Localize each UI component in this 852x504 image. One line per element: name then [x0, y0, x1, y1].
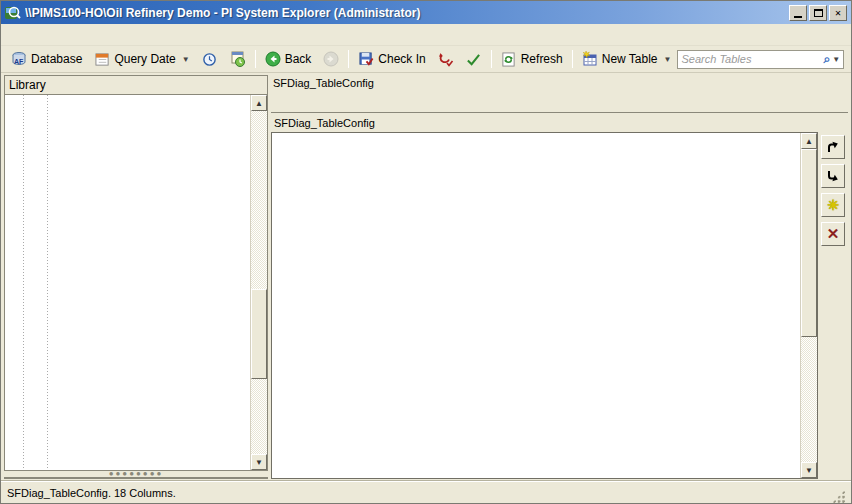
back-button[interactable]: Back [259, 48, 318, 71]
navigator-panel: Library ▲ ▼ ●●●●●●●● [4, 75, 268, 479]
check-in-icon [358, 51, 374, 67]
move-down-button[interactable] [821, 164, 845, 188]
pi-system-explorer-window: \\PIMS100-HO\Oil Refinery Demo - PI Syst… [0, 0, 852, 504]
minimize-button[interactable] [789, 5, 807, 21]
section-nav [4, 477, 268, 479]
scroll-up-icon[interactable]: ▲ [251, 95, 267, 111]
grid-scrollbar[interactable]: ▲ ▼ [800, 133, 817, 478]
status-text: SFDiag_TableConfig. 18 Columns. [7, 487, 176, 499]
tree-scrollbar[interactable]: ▲ ▼ [250, 95, 267, 470]
refresh-icon [501, 51, 517, 67]
column-tools: ✳ ✕ [818, 132, 848, 479]
checkmark-icon [466, 51, 482, 67]
refresh-button[interactable]: Refresh [495, 48, 569, 71]
time-button[interactable] [196, 48, 224, 71]
move-up-button[interactable] [821, 135, 845, 159]
resize-grip[interactable] [832, 490, 845, 503]
new-column-button[interactable]: ✳ [821, 193, 845, 217]
forward-button[interactable] [317, 48, 345, 71]
query-date-label: Query Date [114, 52, 175, 66]
calendar-icon [94, 51, 110, 67]
toolbar-separator [572, 50, 573, 68]
maximize-button[interactable] [809, 5, 827, 21]
define-table-grid [272, 133, 800, 478]
page-title: SFDiag_TableConfig [271, 75, 848, 92]
new-table-button[interactable]: New Table ▼ [576, 48, 678, 71]
forward-icon [323, 51, 339, 67]
toolbar-separator [255, 50, 256, 68]
clock-icon [202, 51, 218, 67]
search-box: ⌕ ▼ [677, 50, 844, 69]
table-subtitle: SFDiag_TableConfig [271, 113, 848, 132]
database-label: Database [31, 52, 82, 66]
chevron-down-icon: ▼ [182, 55, 190, 64]
check-in-label: Check In [378, 52, 425, 66]
library-tree [5, 95, 250, 470]
back-label: Back [285, 52, 312, 66]
refresh-label: Refresh [521, 52, 563, 66]
database-icon: AF [11, 51, 27, 67]
status-bar: SFDiag_TableConfig. 18 Columns. [1, 481, 851, 503]
tab-strip [271, 92, 848, 113]
database-button[interactable]: AF Database [5, 48, 88, 71]
back-icon [265, 51, 281, 67]
undo-checkout-button[interactable] [432, 48, 460, 71]
svg-text:AF: AF [14, 58, 24, 65]
app-icon [5, 5, 21, 21]
scroll-up-icon[interactable]: ▲ [801, 133, 817, 149]
scroll-down-icon[interactable]: ▼ [801, 462, 817, 478]
undo-icon [438, 51, 454, 67]
query-date-button[interactable]: Query Date ▼ [88, 48, 195, 71]
toolbar-separator [348, 50, 349, 68]
content-panel: SFDiag_TableConfig SFDiag_TableConfig ▲ … [271, 75, 848, 479]
close-button[interactable]: ✕ [829, 5, 847, 21]
search-icon[interactable]: ⌕ [823, 52, 830, 66]
search-input[interactable] [681, 53, 823, 65]
window-title: \\PIMS100-HO\Oil Refinery Demo - PI Syst… [25, 6, 789, 20]
time-range-button[interactable] [224, 48, 252, 71]
navigator-header: Library [4, 75, 268, 94]
time-range-icon [230, 51, 246, 67]
toolbar-separator [491, 50, 492, 68]
scroll-down-icon[interactable]: ▼ [251, 454, 267, 470]
scrollbar-thumb[interactable] [801, 149, 817, 337]
new-table-label: New Table [602, 52, 658, 66]
scrollbar-thumb[interactable] [251, 289, 267, 378]
delete-column-button[interactable]: ✕ [821, 222, 845, 246]
menu-bar [1, 24, 851, 46]
check-in-button[interactable]: Check In [352, 48, 431, 71]
apply-button[interactable] [460, 48, 488, 71]
chevron-down-icon[interactable]: ▼ [832, 55, 840, 64]
new-table-icon [582, 51, 598, 67]
chevron-down-icon: ▼ [664, 55, 672, 64]
titlebar: \\PIMS100-HO\Oil Refinery Demo - PI Syst… [1, 1, 851, 24]
toolbar: AF Database Query Date ▼ Back [1, 46, 851, 73]
